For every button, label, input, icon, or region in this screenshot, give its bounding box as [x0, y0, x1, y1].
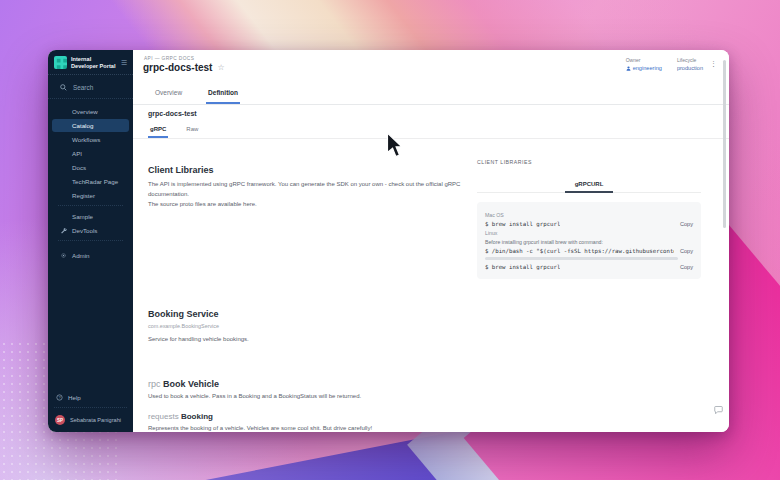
booking-service-section: Booking Service com.example.BookingServi…	[133, 309, 729, 379]
sidebar-item-workflows[interactable]: Workflows	[52, 133, 129, 147]
linux-label: Linux	[485, 230, 693, 236]
sidebar-divider	[58, 205, 123, 206]
linux-command-row: $ /bin/bash -c "$(curl -fsSL https://raw…	[485, 248, 693, 254]
service-description: Service for handling vehicle bookings.	[148, 336, 714, 342]
main-area: API — GRPC DOCS grpc-docs-test ☆ Owner e…	[133, 50, 729, 432]
sidebar-header: Internal Developer Portal ☰	[48, 50, 133, 75]
sidebar-item-devtools[interactable]: DevTools	[52, 223, 129, 237]
client-libraries-description: The API is implemented using gRPC framew…	[148, 180, 478, 210]
user-avatar: SP	[55, 415, 65, 425]
sidebar-item-docs[interactable]: Docs	[52, 161, 129, 175]
lifecycle-label: Lifecycle	[677, 57, 703, 63]
client-libraries-panel: CLIENT LIBRARIES gRPCURL Mac OS $ brew i…	[477, 159, 701, 279]
card-title: grpc-docs-test	[133, 100, 729, 121]
linux-note: Before installing grpcurl install brew w…	[485, 239, 693, 245]
vertical-scrollbar[interactable]	[723, 60, 727, 228]
sidebar-divider	[58, 240, 123, 241]
sidebar-item-techradar[interactable]: TechRadar Page	[52, 175, 129, 189]
request-heading: requests Booking	[148, 412, 714, 421]
tab-grpc[interactable]: gRPC	[148, 123, 168, 138]
rpc-kind: rpc	[148, 379, 161, 389]
kebab-menu-icon[interactable]: ⋮	[710, 60, 717, 67]
code-horizontal-scrollbar[interactable]	[485, 257, 678, 260]
help-label: Help	[68, 394, 81, 401]
request-description: Represents the booking of a vehicle. Veh…	[148, 425, 714, 431]
card-tabs: gRPC Raw	[133, 123, 729, 139]
sidebar-search[interactable]: Search	[48, 75, 133, 99]
sidebar-item-register[interactable]: Register	[52, 189, 129, 203]
sidebar-item-overview[interactable]: Overview	[52, 105, 129, 119]
install-instructions: Mac OS $ brew install grpcurl Copy Linux…	[477, 202, 701, 279]
copy-button[interactable]: Copy	[680, 248, 693, 254]
lifecycle-value: production	[677, 65, 703, 71]
owner-meta: Owner engineering	[626, 57, 662, 71]
rpc-section: rpc Book Vehicle Used to book a vehicle.…	[133, 379, 729, 399]
sidebar-divider	[54, 407, 127, 408]
user-name: Sebabrata Panigrahi	[70, 417, 121, 423]
rpc-heading: rpc Book Vehicle	[148, 379, 714, 389]
linux-command-2: $ brew install grpcurl	[485, 264, 560, 270]
mouse-cursor	[386, 132, 403, 163]
app-window: Internal Developer Portal ☰ Search Overv…	[48, 50, 729, 432]
tab-raw[interactable]: Raw	[184, 123, 200, 138]
macos-command: $ brew install grpcurl	[485, 221, 560, 227]
copy-button[interactable]: Copy	[680, 221, 693, 227]
lifecycle-meta: Lifecycle production	[677, 57, 703, 71]
sidebar-item-admin[interactable]: Admin	[52, 249, 129, 263]
sidebar-item-sample[interactable]: Sample	[52, 209, 129, 223]
sidebar-item-help[interactable]: ? Help	[48, 391, 133, 405]
sidebar-item-label: Admin	[72, 252, 90, 259]
breadcrumb: API — GRPC DOCS	[144, 56, 194, 61]
sidebar-item-label: DevTools	[72, 227, 97, 234]
portal-title: Internal Developer Portal	[71, 56, 117, 69]
svg-text:?: ?	[58, 396, 60, 400]
help-icon: ?	[55, 393, 63, 401]
owner-label: Owner	[626, 57, 662, 63]
wrench-icon	[59, 226, 67, 234]
search-icon	[59, 83, 67, 91]
panel-title: CLIENT LIBRARIES	[477, 159, 701, 165]
page-title: grpc-docs-test	[143, 62, 212, 73]
request-kind: requests	[148, 412, 179, 421]
panel-tab-row: gRPCURL	[477, 172, 701, 193]
user-menu[interactable]: SP Sebabrata Panigrahi	[48, 411, 133, 427]
sidebar-menu-icon[interactable]: ☰	[121, 59, 127, 66]
client-libraries-section: Client Libraries The API is implemented …	[133, 139, 729, 309]
sidebar-search-label: Search	[73, 84, 93, 91]
request-section: requests Booking Represents the booking …	[133, 412, 729, 431]
linux-command: $ /bin/bash -c "$(curl -fsSL https://raw…	[485, 248, 674, 254]
gear-icon	[59, 252, 67, 260]
sidebar-nav: Overview Catalog Workflows API Docs Tech…	[48, 99, 133, 262]
group-icon	[626, 66, 631, 71]
feedback-bubble-icon[interactable]	[714, 400, 723, 418]
macos-command-row: $ brew install grpcurl Copy	[485, 221, 693, 227]
linux-command-row-2: $ brew install grpcurl Copy	[485, 264, 693, 270]
sidebar-item-api[interactable]: API	[52, 147, 129, 161]
macos-label: Mac OS	[485, 212, 693, 218]
copy-button[interactable]: Copy	[680, 264, 693, 270]
sidebar-item-catalog[interactable]: Catalog	[52, 119, 129, 133]
favorite-star-icon[interactable]: ☆	[217, 64, 224, 72]
sidebar-footer: ? Help SP Sebabrata Panigrahi	[48, 390, 133, 427]
service-heading: Booking Service	[148, 309, 714, 319]
definition-content: grpc-docs-test gRPC Raw Client Libraries…	[133, 100, 729, 432]
tab-grpcurl[interactable]: gRPCURL	[565, 178, 614, 193]
rpc-description: Used to book a vehicle. Pass in a Bookin…	[148, 393, 714, 399]
sidebar: Internal Developer Portal ☰ Search Overv…	[48, 50, 133, 432]
page-title-row: grpc-docs-test ☆	[143, 62, 225, 73]
owner-link[interactable]: engineering	[626, 65, 662, 71]
portal-logo-icon	[54, 56, 67, 69]
entity-meta: Owner engineering Lifecycle production	[626, 57, 703, 71]
service-fqn: com.example.BookingService	[148, 323, 714, 329]
